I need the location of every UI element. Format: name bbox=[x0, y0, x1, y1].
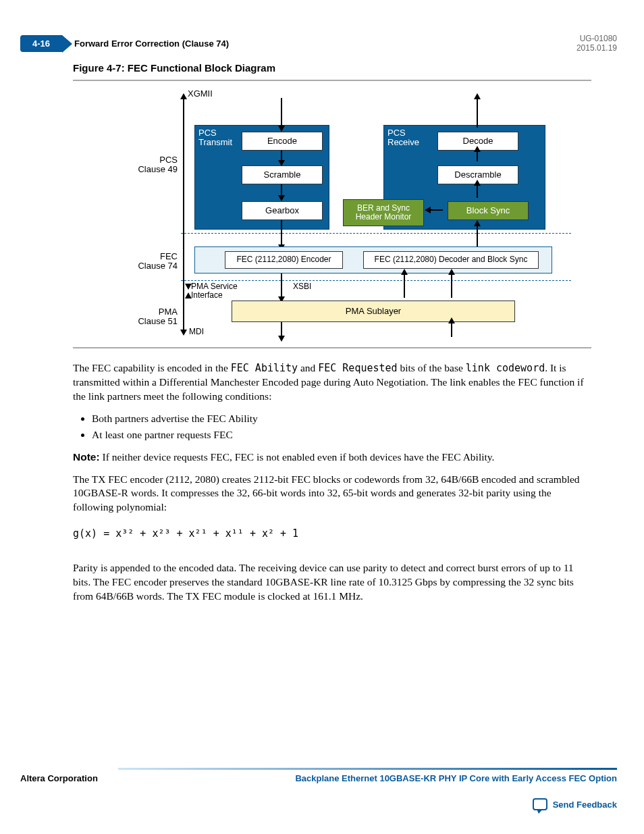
polynomial: g(x) = x³² + x²³ + x²¹ + x¹¹ + x² + 1 bbox=[73, 527, 298, 540]
box-fec-encoder: FEC (2112,2080) Encoder bbox=[225, 251, 343, 269]
label-pcs-clause49: PCSClause 49 bbox=[137, 155, 178, 175]
label-xsbi: XSBI bbox=[293, 282, 311, 291]
box-block-sync: Block Sync bbox=[448, 201, 529, 220]
label-fec-clause74: FECClause 74 bbox=[137, 252, 178, 271]
footer-company: Altera Corporation bbox=[20, 773, 98, 783]
label-mdi: MDI bbox=[189, 328, 204, 336]
page-number-tab: 4-16 bbox=[20, 35, 62, 52]
box-gearbox: Gearbox bbox=[242, 201, 323, 220]
label-pcs-transmit: PCSTransmit bbox=[198, 128, 236, 148]
box-pma-sublayer: PMA Sublayer bbox=[232, 301, 515, 322]
section-title: Forward Error Correction (Clause 74) bbox=[74, 38, 229, 49]
label-xgmii: XGMII bbox=[188, 89, 213, 99]
para-tx-fec: The TX FEC encoder (2112, 2080) creates … bbox=[73, 473, 593, 515]
body-text: The FEC capability is encoded in the FEC… bbox=[73, 361, 593, 612]
box-fec-decoder: FEC (2112,2080) Decoder and Block Sync bbox=[363, 251, 539, 269]
label-pma-svc: PMA ServiceInterface bbox=[191, 282, 245, 300]
doc-id: UG-01080 bbox=[576, 34, 617, 43]
para-parity: Parity is appended to the encoded data. … bbox=[73, 561, 593, 604]
comment-icon bbox=[533, 798, 547, 810]
doc-date: 2015.01.19 bbox=[576, 43, 617, 53]
footer-doc-title[interactable]: Backplane Ethernet 10GBASE-KR PHY IP Cor… bbox=[295, 773, 617, 783]
page-header: 4-16 Forward Error Correction (Clause 74… bbox=[20, 34, 617, 53]
figure-title: Figure 4-7: FEC Functional Block Diagram bbox=[73, 62, 275, 74]
send-feedback-link[interactable]: Send Feedback bbox=[533, 798, 617, 810]
bullet-1: Both partners advertise the FEC Ability bbox=[92, 412, 593, 426]
label-pma-clause51: PMAClause 51 bbox=[137, 307, 178, 327]
label-pcs-receive: PCSReceive bbox=[387, 128, 421, 148]
box-encode: Encode bbox=[242, 132, 323, 151]
note-label: Note: bbox=[73, 451, 100, 463]
box-ber-sync: BER and SyncHeader Monitor bbox=[343, 199, 424, 226]
box-scramble: Scramble bbox=[242, 165, 323, 184]
fec-block-diagram: PCSClause 49 FECClause 74 PMAClause 51 X… bbox=[73, 80, 591, 348]
bullet-2: At least one partner requests FEC bbox=[92, 428, 593, 442]
page-footer: Altera Corporation Backplane Ethernet 10… bbox=[20, 773, 617, 783]
